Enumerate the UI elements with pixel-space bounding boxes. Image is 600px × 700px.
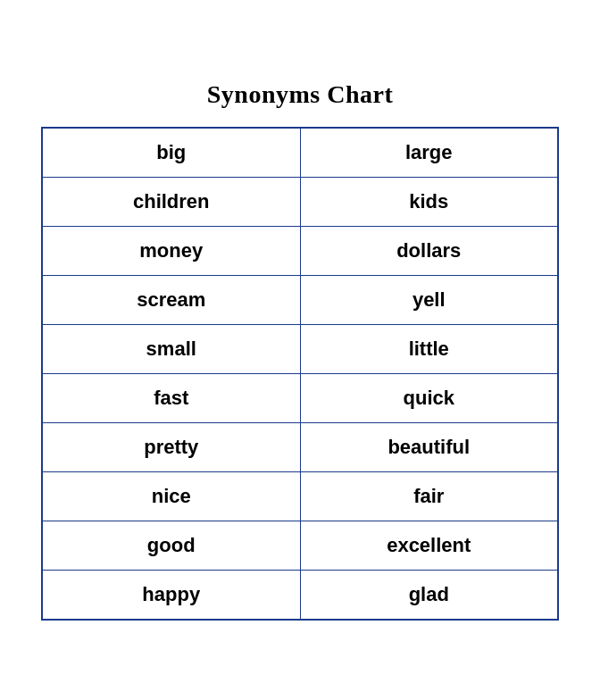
- word-cell: big: [42, 128, 300, 178]
- word-cell: good: [42, 521, 300, 570]
- synonyms-table: biglargechildrenkidsmoneydollarsscreamye…: [41, 127, 559, 621]
- word-cell: pretty: [42, 422, 300, 471]
- word-cell: small: [42, 324, 300, 373]
- word-cell: fast: [42, 373, 300, 422]
- synonym-cell: large: [300, 128, 558, 178]
- table-row: moneydollars: [42, 226, 558, 275]
- word-cell: nice: [42, 471, 300, 521]
- table-row: childrenkids: [42, 177, 558, 226]
- synonym-cell: fair: [300, 471, 558, 521]
- synonym-cell: little: [300, 324, 558, 373]
- table-row: screamyell: [42, 275, 558, 324]
- table-row: fastquick: [42, 373, 558, 422]
- table-row: goodexcellent: [42, 521, 558, 570]
- page-container: Synonyms Chart biglargechildrenkidsmoney…: [0, 54, 600, 647]
- synonym-cell: excellent: [300, 521, 558, 570]
- synonym-cell: quick: [300, 373, 558, 422]
- page-title: Synonyms Chart: [207, 80, 393, 109]
- word-cell: money: [42, 226, 300, 275]
- synonym-cell: dollars: [300, 226, 558, 275]
- table-row: biglarge: [42, 128, 558, 178]
- word-cell: scream: [42, 275, 300, 324]
- synonym-cell: beautiful: [300, 422, 558, 471]
- table-row: prettybeautiful: [42, 422, 558, 471]
- synonym-cell: yell: [300, 275, 558, 324]
- word-cell: happy: [42, 570, 300, 620]
- word-cell: children: [42, 177, 300, 226]
- synonym-cell: kids: [300, 177, 558, 226]
- table-row: nicefair: [42, 471, 558, 521]
- table-row: smalllittle: [42, 324, 558, 373]
- table-row: happyglad: [42, 570, 558, 620]
- synonym-cell: glad: [300, 570, 558, 620]
